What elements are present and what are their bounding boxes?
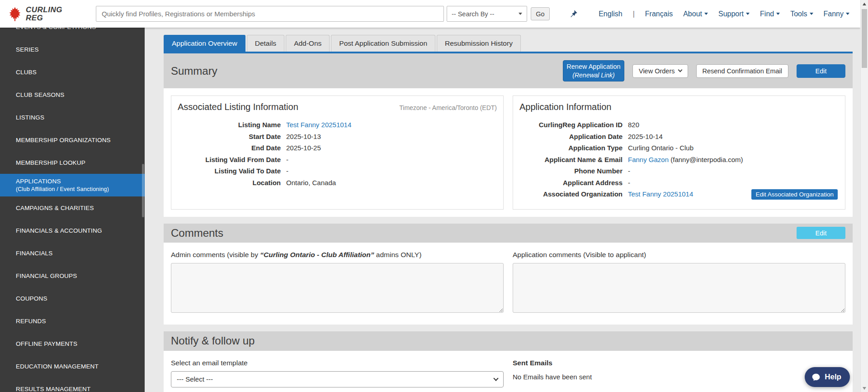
topbar: CURLING REG -- Search By -- Go English |…: [0, 0, 860, 28]
pin-icon[interactable]: [569, 9, 578, 19]
tab-post-application-submission[interactable]: Post Application Submission: [331, 35, 435, 52]
menu-tools[interactable]: Tools: [790, 10, 813, 18]
sidebar-item-events-competitions[interactable]: EVENTS & COMPETITIONS: [0, 28, 145, 38]
associated-listing-panel: Associated Listing Information Timezone …: [171, 96, 504, 210]
listing-panel-title: Associated Listing Information: [178, 102, 298, 112]
curlingreg-logo[interactable]: CURLING REG: [7, 6, 96, 22]
field-application-date: Application Date 2025-10-14: [519, 131, 839, 143]
tab-add-ons[interactable]: Add-Ons: [286, 35, 330, 52]
logo-text: CURLING REG: [26, 6, 62, 22]
edit-comments-button[interactable]: Edit: [797, 227, 845, 239]
sidebar-item-membership-lookup[interactable]: MEMBERSHIP LOOKUP: [0, 151, 145, 174]
field-listing-valid-to: Listing Valid To Date -: [178, 165, 497, 177]
page-scrollbar[interactable]: [860, 0, 868, 392]
comments-body: Admin comments (visible by “Curling Onta…: [164, 243, 853, 325]
chevron-down-icon: [810, 13, 813, 15]
edit-associated-organization-button[interactable]: Edit Associated Organization: [751, 189, 838, 200]
lang-separator: |: [633, 10, 635, 18]
timezone-label: Timezone - America/Toronto (EDT): [399, 104, 497, 111]
view-orders-button[interactable]: View Orders: [632, 64, 688, 78]
sidebar-item-listings[interactable]: LISTINGS: [0, 106, 145, 129]
notify-body: Select an email template --- Select --- …: [164, 351, 853, 392]
global-search-input[interactable]: [96, 6, 444, 22]
field-applicant-name-email: Applicant Name & Email Fanny Gazon (fann…: [519, 154, 839, 166]
chevron-down-icon: [846, 13, 849, 15]
summary-section: Summary Renew Application (Renewal Link)…: [164, 53, 853, 217]
sidebar-item-coupons[interactable]: COUPONS: [0, 287, 145, 310]
chevron-down-icon: [776, 13, 780, 15]
sidebar-item-education-management[interactable]: EDUCATION MANAGEMENT: [0, 355, 145, 378]
search-by-value: -- Search By --: [452, 10, 494, 18]
scroll-down-arrow-icon[interactable]: [861, 384, 868, 392]
edit-summary-button[interactable]: Edit: [797, 64, 845, 78]
sidebar-item-applications[interactable]: APPLICATIONS(Club Affiliation / Event Sa…: [0, 174, 145, 196]
application-information-panel: Application Information CurlingReg Appli…: [513, 96, 845, 210]
help-label: Help: [825, 373, 841, 382]
applicant-name-link[interactable]: Fanny Gazon: [628, 156, 669, 163]
summary-title: Summary: [171, 65, 217, 77]
sidebar-item-offline-payments[interactable]: OFFLINE PAYMENTS: [0, 332, 145, 355]
field-application-id: CurlingReg Application ID 820: [519, 119, 839, 131]
sidebar: EVENTS & COMPETITIONSSERIESCLUBSCLUB SEA…: [0, 28, 145, 392]
associated-organization-link[interactable]: Test Fanny 20251014: [628, 190, 693, 198]
notify-header: Notify & follow up: [164, 331, 853, 351]
sent-emails-label: Sent Emails: [513, 359, 845, 367]
email-template-column: Select an email template --- Select ---: [171, 359, 504, 387]
lang-english-link[interactable]: English: [599, 10, 622, 18]
sidebar-item-club-seasons[interactable]: CLUB SEASONS: [0, 83, 145, 106]
listing-name-link[interactable]: Test Fanny 20251014: [286, 121, 351, 129]
sidebar-item-membership-organizations[interactable]: MEMBERSHIP ORGANIZATIONS: [0, 129, 145, 151]
menu-support[interactable]: Support: [718, 10, 750, 18]
resend-confirmation-email-button[interactable]: Resend Confirmation Email: [696, 64, 789, 78]
menu-user-fanny[interactable]: Fanny: [824, 10, 849, 18]
sidebar-item-campaigns-charities[interactable]: CAMPAIGNS & CHARITIES: [0, 196, 145, 219]
maple-leaf-icon: [7, 6, 23, 22]
field-listing-name: Listing Name Test Fanny 20251014: [178, 119, 497, 131]
main-content: Application OverviewDetailsAdd-OnsPost A…: [145, 28, 860, 392]
sidebar-item-results-management[interactable]: RESULTS MANAGEMENT: [0, 378, 145, 392]
comments-title: Comments: [171, 227, 223, 239]
notify-section: Notify & follow up Select an email templ…: [164, 331, 853, 392]
field-listing-valid-from: Listing Valid From Date -: [178, 154, 497, 166]
email-template-label: Select an email template: [171, 359, 504, 367]
sidebar-item-refunds[interactable]: REFUNDS: [0, 310, 145, 332]
tab-resubmission-history[interactable]: Resubmission History: [437, 35, 521, 52]
sidebar-item-financials-accounting[interactable]: FINANCIALS & ACCOUNTING: [0, 219, 145, 242]
tab-bar: Application OverviewDetailsAdd-OnsPost A…: [164, 35, 853, 52]
lang-francais-link[interactable]: Français: [645, 10, 673, 18]
menu-about[interactable]: About: [683, 10, 708, 18]
admin-comments-column: Admin comments (visible by “Curling Onta…: [171, 251, 504, 315]
chevron-down-icon: [519, 13, 522, 15]
sidebar-scrollbar-thumb[interactable]: [142, 164, 144, 217]
summary-body: Associated Listing Information Timezone …: [164, 88, 853, 217]
tab-details[interactable]: Details: [247, 35, 284, 52]
summary-actions: Renew Application (Renewal Link) View Or…: [563, 60, 845, 81]
chat-icon: [811, 373, 821, 382]
email-template-value: --- Select ---: [177, 375, 213, 383]
admin-comments-label: Admin comments (visible by “Curling Onta…: [171, 251, 504, 259]
field-location: Location Ontario, Canada: [178, 177, 497, 189]
scrollbar-thumb[interactable]: [862, 9, 867, 68]
sidebar-item-financials[interactable]: FINANCIALS: [0, 242, 145, 264]
sidebar-item-clubs[interactable]: CLUBS: [0, 61, 145, 83]
application-panel-title: Application Information: [519, 102, 611, 112]
sidebar-item-financial-groups[interactable]: FINANCIAL GROUPS: [0, 264, 145, 287]
search-by-select[interactable]: -- Search By --: [447, 6, 527, 22]
tab-application-overview[interactable]: Application Overview: [164, 35, 245, 52]
application-comments-textarea[interactable]: [513, 263, 845, 313]
go-button[interactable]: Go: [531, 7, 550, 20]
help-button[interactable]: Help: [805, 367, 850, 387]
menu-find[interactable]: Find: [760, 10, 780, 18]
renew-application-button[interactable]: Renew Application (Renewal Link): [563, 60, 624, 81]
application-comments-column: Application comments (Visible to applica…: [513, 251, 845, 315]
field-associated-organization: Associated Organization Test Fanny 20251…: [519, 188, 839, 200]
comments-header: Comments Edit: [164, 224, 853, 243]
sidebar-item-series[interactable]: SERIES: [0, 38, 145, 61]
email-template-select[interactable]: --- Select ---: [171, 371, 504, 387]
top-navigation: English | Français About Support Find To…: [599, 10, 860, 18]
chevron-down-icon: [746, 13, 750, 15]
admin-comments-textarea[interactable]: [171, 263, 504, 313]
scroll-up-arrow-icon[interactable]: [861, 0, 868, 8]
sidebar-nav: EVENTS & COMPETITIONSSERIESCLUBSCLUB SEA…: [0, 28, 145, 392]
chevron-down-icon: [493, 376, 498, 381]
